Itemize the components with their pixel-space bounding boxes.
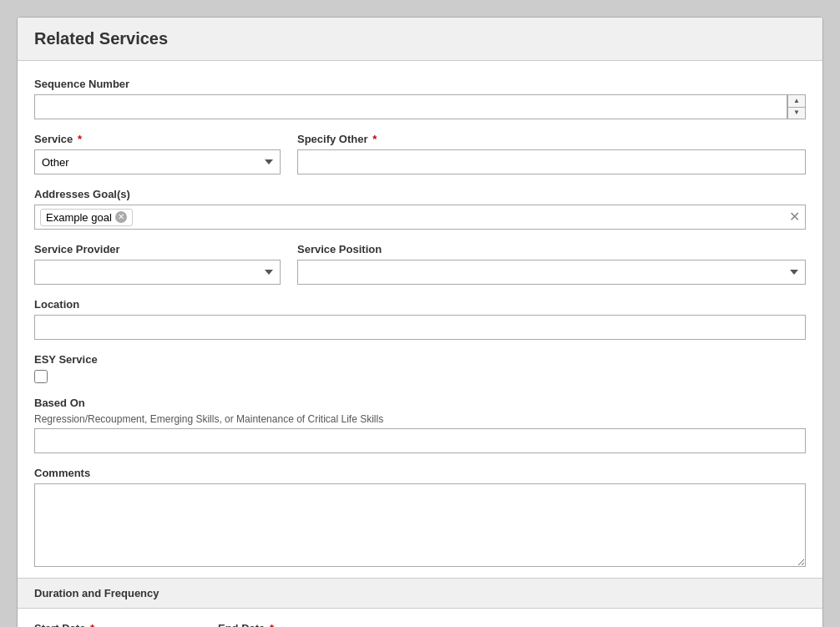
duration-section-header: Duration and Frequency bbox=[18, 578, 822, 609]
service-provider-label: Service Provider bbox=[34, 243, 281, 255]
sequence-number-group: Sequence Number 1 ▲ ▼ bbox=[34, 78, 806, 119]
date-row: Start Date * ▼ End Date * ▼ bbox=[34, 622, 806, 627]
location-input[interactable] bbox=[34, 315, 806, 340]
esy-checkbox-wrapper bbox=[34, 370, 806, 383]
specify-other-col: Specify Other * Other Service bbox=[297, 133, 806, 174]
esy-service-group: ESY Service bbox=[34, 353, 806, 383]
specify-other-input[interactable]: Other Service bbox=[297, 149, 806, 174]
tag-input-wrapper[interactable]: Example goal ✕ ✕ bbox=[34, 205, 806, 230]
spinner-up-button[interactable]: ▲ bbox=[788, 95, 805, 108]
location-label: Location bbox=[34, 298, 806, 311]
service-label: Service * bbox=[34, 133, 281, 145]
addresses-goals-group: Addresses Goal(s) Example goal ✕ ✕ bbox=[34, 188, 806, 230]
end-date-required: * bbox=[266, 622, 274, 627]
based-on-hint: Regression/Recoupment, Emerging Skills, … bbox=[34, 413, 806, 425]
tags-clear-button[interactable]: ✕ bbox=[789, 210, 800, 224]
location-group: Location bbox=[34, 298, 806, 340]
page-title: Related Services bbox=[34, 29, 806, 48]
based-on-label: Based On bbox=[34, 397, 806, 409]
bottom-form: Start Date * ▼ End Date * ▼ bbox=[18, 622, 822, 627]
sequence-number-spinner: 1 ▲ ▼ bbox=[34, 94, 806, 119]
provider-row: Service Provider Service Position bbox=[34, 243, 806, 285]
duration-section-title: Duration and Frequency bbox=[34, 587, 159, 599]
spinner-buttons: ▲ ▼ bbox=[787, 94, 806, 119]
end-date-label: End Date * bbox=[218, 622, 385, 627]
service-col: Service * Other Speech OT PT Counseling bbox=[34, 133, 281, 174]
specify-other-required: * bbox=[370, 133, 377, 145]
service-required: * bbox=[74, 133, 82, 145]
service-row: Service * Other Speech OT PT Counseling … bbox=[34, 133, 806, 174]
page-wrapper: Related Services Sequence Number 1 ▲ ▼ S… bbox=[17, 17, 823, 627]
end-date-col: End Date * ▼ bbox=[218, 622, 385, 627]
comments-group: Comments bbox=[34, 467, 806, 569]
service-position-col: Service Position bbox=[297, 243, 806, 285]
comments-textarea[interactable] bbox=[34, 483, 806, 567]
service-position-select[interactable] bbox=[297, 260, 806, 285]
specify-other-label: Specify Other * bbox=[297, 133, 806, 145]
goal-tag-remove-button[interactable]: ✕ bbox=[115, 211, 127, 223]
esy-service-label: ESY Service bbox=[34, 353, 806, 366]
esy-service-checkbox[interactable] bbox=[34, 370, 48, 383]
comments-label: Comments bbox=[34, 467, 806, 479]
start-date-required: * bbox=[87, 622, 94, 627]
goal-tag-text: Example goal bbox=[46, 211, 112, 224]
start-date-col: Start Date * ▼ bbox=[34, 622, 201, 627]
based-on-input[interactable] bbox=[34, 428, 806, 453]
start-date-label: Start Date * bbox=[34, 622, 201, 627]
goal-tag: Example goal ✕ bbox=[40, 209, 133, 226]
sequence-number-input[interactable]: 1 bbox=[34, 94, 787, 119]
service-select[interactable]: Other Speech OT PT Counseling bbox=[34, 149, 281, 174]
service-provider-select[interactable] bbox=[34, 260, 281, 285]
based-on-group: Based On Regression/Recoupment, Emerging… bbox=[34, 397, 806, 453]
addresses-goals-label: Addresses Goal(s) bbox=[34, 188, 806, 200]
service-provider-col: Service Provider bbox=[34, 243, 281, 285]
service-position-label: Service Position bbox=[297, 243, 806, 255]
form-body: Sequence Number 1 ▲ ▼ Service * Other Sp… bbox=[18, 61, 822, 578]
page-header: Related Services bbox=[18, 18, 822, 61]
sequence-number-label: Sequence Number bbox=[34, 78, 806, 90]
spinner-down-button[interactable]: ▼ bbox=[788, 108, 805, 119]
